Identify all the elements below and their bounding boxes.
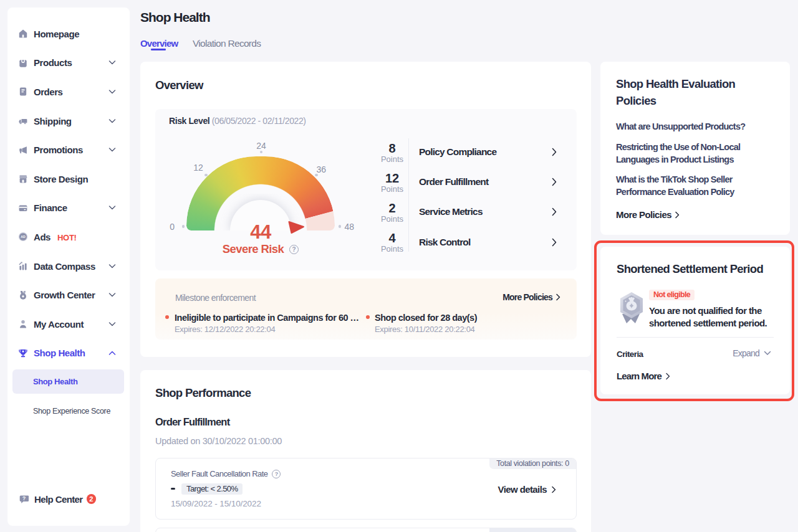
svg-text:AD: AD — [21, 235, 26, 239]
svg-text:?: ? — [22, 495, 26, 501]
